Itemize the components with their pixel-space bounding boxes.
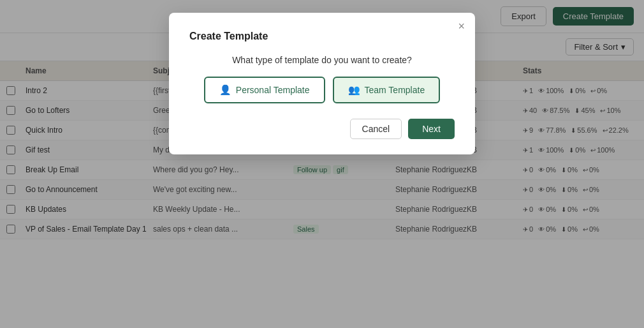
modal-actions: Cancel Next — [189, 119, 455, 139]
modal-close-button[interactable]: × — [458, 20, 465, 32]
modal-options: 👤 Personal Template 👥 Team Template — [189, 77, 455, 103]
page-background: Export Create Template Filter & Sort ▾ N… — [0, 0, 644, 328]
team-template-label: Team Template — [365, 85, 425, 95]
modal-overlay: × Create Template What type of template … — [0, 0, 644, 328]
personal-template-label: Personal Template — [236, 85, 310, 95]
team-template-button[interactable]: 👥 Team Template — [333, 77, 441, 103]
team-icon: 👥 — [348, 84, 360, 96]
personal-template-button[interactable]: 👤 Personal Template — [204, 77, 325, 103]
modal-question: What type of template do you want to cre… — [189, 55, 455, 65]
cancel-button[interactable]: Cancel — [350, 119, 402, 139]
person-icon: 👤 — [219, 84, 231, 96]
create-template-modal: × Create Template What type of template … — [169, 13, 475, 154]
next-button[interactable]: Next — [408, 119, 455, 139]
modal-title: Create Template — [189, 31, 455, 42]
